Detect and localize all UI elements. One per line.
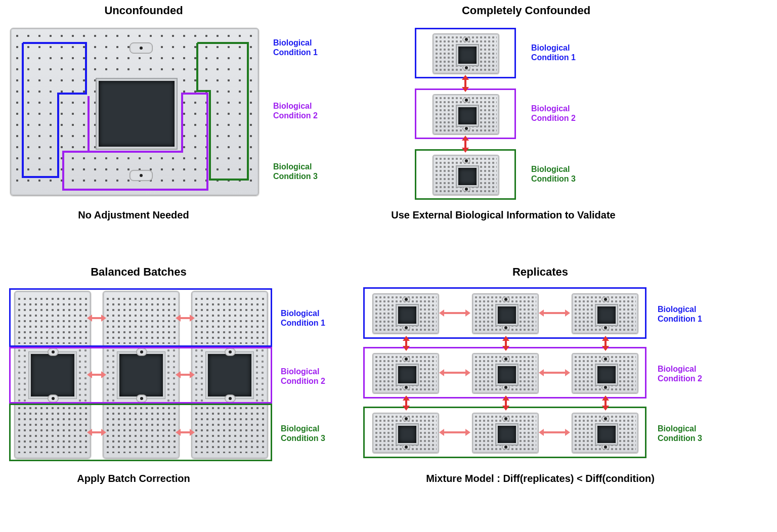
unconfounded-title: Unconfounded xyxy=(0,4,287,17)
confounded-chip1 xyxy=(433,33,499,74)
panel-unconfounded: Unconfounded Biological Condition 1 Biol… xyxy=(0,0,388,243)
rep-chip-r3c3 xyxy=(572,413,638,453)
rep-varrow-c1-12 xyxy=(403,336,410,351)
balanced-arrow-r3-a xyxy=(87,429,106,436)
confounded-cond3-label: Biological Condition 3 xyxy=(531,164,576,184)
rep-harrow-r3a xyxy=(439,429,470,436)
rep-varrow-c3-23 xyxy=(602,395,609,411)
balanced-row-box2 xyxy=(9,347,272,404)
rep-chip-r3c2 xyxy=(472,413,539,453)
rep-harrow-r3b xyxy=(539,429,570,436)
unconfounded-regions-overlay xyxy=(10,28,258,195)
balanced-row-box3 xyxy=(9,404,272,461)
balanced-cond1-label: Biological Condition 1 xyxy=(281,308,325,328)
unconfounded-cond1-label: Biological Condition 1 xyxy=(273,38,318,57)
balanced-arrow-r3-b xyxy=(176,429,195,436)
balanced-cond3-label: Biological Condition 3 xyxy=(281,424,325,443)
confounded-arrow-2-3 xyxy=(462,136,469,153)
balanced-subtitle: Apply Batch Correction xyxy=(0,473,267,484)
replicates-grid xyxy=(363,287,667,459)
rep-chip-r1c2 xyxy=(472,293,539,334)
rep-harrow-r1b xyxy=(539,309,570,317)
replicates-cond2-label: Biological Condition 2 xyxy=(658,364,702,383)
rep-harrow-r1a xyxy=(439,309,470,317)
rep-chip-r1c3 xyxy=(572,293,638,334)
confounded-chip2 xyxy=(433,94,499,135)
confounded-chip3 xyxy=(433,155,499,195)
rep-chip-r3c1 xyxy=(372,413,439,453)
balanced-arrow-r1-b xyxy=(176,315,195,322)
rep-harrow-r2a xyxy=(439,369,470,376)
replicates-title: Replicates xyxy=(354,265,726,279)
confounded-arrow-1-2 xyxy=(462,75,469,92)
rep-chip-r2c2 xyxy=(472,353,539,393)
rep-varrow-c3-12 xyxy=(602,336,609,351)
balanced-arrow-r2-b xyxy=(176,371,195,378)
panel-replicates: Replicates Biological Condit xyxy=(354,263,777,526)
rep-varrow-c2-23 xyxy=(502,395,509,411)
balanced-cond2-label: Biological Condition 2 xyxy=(281,367,325,386)
region-condition1 xyxy=(23,43,86,177)
region-condition3 xyxy=(197,43,248,180)
balanced-chips-area xyxy=(9,288,272,460)
rep-chip-r2c3 xyxy=(572,353,638,393)
replicates-cond3-label: Biological Condition 3 xyxy=(658,424,702,443)
region-condition2 xyxy=(63,94,207,190)
rep-varrow-c2-12 xyxy=(502,336,509,351)
balanced-arrow-r2-a xyxy=(87,371,106,378)
rep-chip-r2c1 xyxy=(372,353,439,393)
panel-confounded: Completely Confounded Biological Conditi… xyxy=(354,0,769,243)
rep-varrow-c1-23 xyxy=(403,395,410,411)
rep-chip-r1c1 xyxy=(372,293,439,334)
unconfounded-cond3-label: Biological Condition 3 xyxy=(273,162,318,181)
confounded-subtitle: Use External Biological Information to V… xyxy=(339,209,668,221)
replicates-subtitle: Mixture Model : Diff(replicates) < Diff(… xyxy=(354,473,726,484)
balanced-arrow-r1-a xyxy=(87,315,106,322)
unconfounded-cond2-label: Biological Condition 2 xyxy=(273,101,318,120)
panel-balanced: Balanced Batches Biological Condition xyxy=(0,263,388,526)
balanced-row-box1 xyxy=(9,288,272,347)
confounded-cond2-label: Biological Condition 2 xyxy=(531,104,576,123)
confounded-title: Completely Confounded xyxy=(384,4,668,17)
confounded-cond1-label: Biological Condition 1 xyxy=(531,43,576,62)
rep-harrow-r2b xyxy=(539,369,570,376)
unconfounded-subtitle: No Adjustment Needed xyxy=(0,209,267,221)
replicates-cond1-label: Biological Condition 1 xyxy=(658,304,702,324)
balanced-title: Balanced Batches xyxy=(0,265,277,279)
